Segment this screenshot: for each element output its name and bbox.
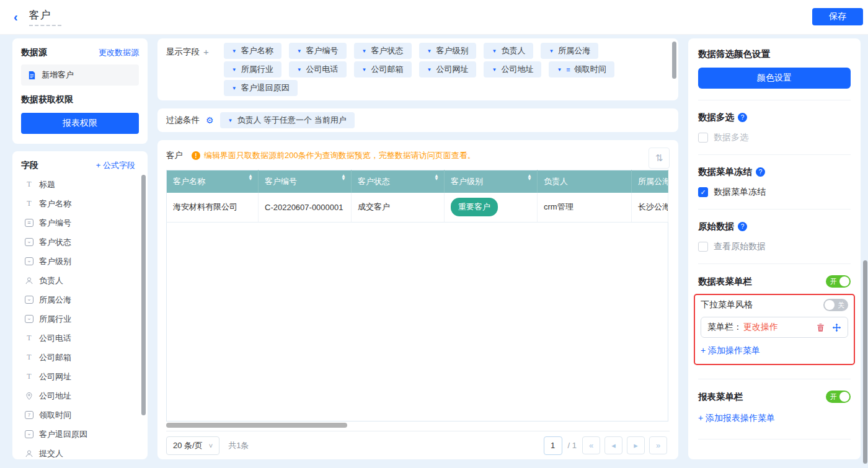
menu-freeze-checkbox-label: 数据菜单冻结 bbox=[714, 187, 766, 198]
chip-customer-status[interactable]: ▼客户状态 bbox=[354, 43, 412, 59]
chevron-down-icon[interactable]: ▼ bbox=[297, 67, 302, 73]
field-item-title[interactable]: T标题 bbox=[21, 175, 141, 194]
chevron-down-icon[interactable]: ▼ bbox=[492, 67, 497, 73]
page-scrollbar[interactable] bbox=[863, 260, 867, 464]
cell-customer-status: 成交客户 bbox=[352, 193, 445, 223]
field-item-email[interactable]: T公司邮箱 bbox=[21, 348, 141, 367]
chip-website[interactable]: ▼公司网址 bbox=[419, 61, 477, 77]
calendar-icon bbox=[25, 411, 33, 419]
chip-claim-time[interactable]: ▼≡领取时间 bbox=[549, 61, 614, 77]
chevron-down-icon[interactable]: ▼ bbox=[232, 48, 237, 54]
fields-scrollbar[interactable] bbox=[141, 175, 146, 415]
field-item-customer-code[interactable]: 客户编号 bbox=[21, 213, 141, 232]
display-panel-scrollbar[interactable] bbox=[672, 42, 676, 79]
field-item-website[interactable]: T公司网址 bbox=[21, 367, 141, 386]
column-header[interactable]: 客户名称▲▼ bbox=[167, 170, 259, 193]
field-item-phone[interactable]: T公司电话 bbox=[21, 329, 141, 348]
help-icon[interactable] bbox=[756, 167, 765, 177]
chevron-down-icon[interactable]: ▼ bbox=[492, 48, 497, 54]
datasource-item[interactable]: 新增客户 bbox=[21, 64, 139, 86]
sort-carets-icon[interactable]: ▲▼ bbox=[341, 175, 346, 181]
chevron-down-icon[interactable]: ▼ bbox=[427, 67, 432, 73]
chip-return-reason[interactable]: ▼客户退回原因 bbox=[224, 80, 298, 96]
chip-pool[interactable]: ▼所属公海 bbox=[541, 43, 598, 59]
page-size-select[interactable]: 20 条/页 ˅ bbox=[166, 436, 219, 455]
first-page-button[interactable]: « bbox=[582, 436, 600, 454]
page-title-wrap[interactable]: 客户 bbox=[29, 8, 61, 26]
sort-carets-icon[interactable]: ▲▼ bbox=[527, 175, 532, 181]
chip-customer-code[interactable]: ▼客户编号 bbox=[289, 43, 347, 59]
column-header[interactable]: 负责人 bbox=[538, 170, 632, 193]
report-permission-button[interactable]: 报表权限 bbox=[21, 113, 139, 134]
add-formula-field-link[interactable]: + 公式字段 bbox=[96, 160, 135, 171]
column-header[interactable]: 所属公海 bbox=[632, 170, 668, 193]
multi-select-checkbox[interactable] bbox=[698, 133, 708, 143]
chevron-down-icon[interactable]: ▼ bbox=[232, 86, 237, 91]
field-item-industry[interactable]: 所属行业 bbox=[21, 309, 141, 329]
chevron-down-icon[interactable]: ▼ bbox=[362, 67, 367, 73]
field-item-customer-status[interactable]: 客户状态 bbox=[21, 232, 141, 252]
chip-phone[interactable]: ▼公司电话 bbox=[289, 61, 347, 77]
chevron-down-icon[interactable]: ▼ bbox=[297, 48, 302, 54]
chevron-down-icon: ˅ bbox=[209, 442, 213, 449]
chip-industry[interactable]: ▼所属行业 bbox=[224, 61, 281, 77]
raw-data-checkbox[interactable] bbox=[698, 242, 708, 252]
chip-email[interactable]: ▼公司邮箱 bbox=[354, 61, 412, 77]
sort-lines-icon[interactable]: ≡ bbox=[566, 66, 569, 73]
prev-page-button[interactable]: ◂ bbox=[604, 436, 622, 454]
last-page-button[interactable]: » bbox=[649, 436, 667, 454]
column-header[interactable]: 客户编号▲▼ bbox=[259, 170, 352, 193]
column-header[interactable]: 客户状态▲▼ bbox=[352, 170, 445, 193]
datasource-heading: 数据源 bbox=[21, 47, 47, 58]
chevron-down-icon[interactable]: ▼ bbox=[427, 48, 432, 54]
add-display-field-icon[interactable]: + bbox=[203, 46, 209, 96]
table-row[interactable]: 海安材料有限公司 C-20220607-0000001 成交客户 重要客户 cr… bbox=[167, 193, 668, 223]
report-menu-toggle[interactable]: 开 bbox=[826, 391, 851, 403]
menu-freeze-checkbox[interactable] bbox=[698, 187, 708, 197]
field-item-pool[interactable]: 所属公海 bbox=[21, 290, 141, 309]
table-menu-toggle[interactable]: 开 bbox=[826, 275, 851, 288]
help-icon[interactable] bbox=[738, 113, 747, 122]
current-page-input[interactable]: 1 bbox=[544, 436, 562, 455]
text-icon: T bbox=[25, 199, 33, 208]
sort-toggle-icon[interactable]: ⇅ bbox=[649, 148, 670, 169]
sort-carets-icon[interactable]: ▲▼ bbox=[248, 175, 253, 181]
field-item-customer-name[interactable]: T客户名称 bbox=[21, 194, 141, 213]
change-datasource-link[interactable]: 更改数据源 bbox=[99, 47, 139, 58]
chevron-down-icon[interactable]: ▼ bbox=[362, 48, 367, 54]
column-header[interactable]: 客户级别▲▼ bbox=[445, 170, 538, 193]
horizontal-scrollbar[interactable] bbox=[166, 423, 668, 428]
save-button[interactable]: 保存 bbox=[812, 8, 863, 25]
chip-customer-level[interactable]: ▼客户级别 bbox=[419, 43, 477, 59]
gear-icon[interactable]: ⚙ bbox=[206, 115, 214, 125]
trash-icon[interactable] bbox=[816, 323, 825, 332]
chip-address[interactable]: ▼公司地址 bbox=[484, 61, 541, 77]
chevron-down-icon[interactable]: ▼ bbox=[549, 48, 554, 54]
next-page-button[interactable]: ▸ bbox=[627, 436, 645, 454]
hscroll-thumb[interactable] bbox=[166, 423, 347, 428]
warning-icon: ! bbox=[192, 151, 200, 160]
menu-item-action[interactable]: 更改操作 bbox=[743, 322, 778, 333]
dropdown-style-toggle[interactable]: 关 bbox=[823, 299, 848, 311]
filter-label: 过滤条件 bbox=[166, 115, 200, 126]
field-item-address[interactable]: 公司地址 bbox=[21, 386, 141, 405]
field-item-return-reason[interactable]: 客户退回原因 bbox=[21, 425, 141, 444]
chevron-down-icon[interactable]: ▼ bbox=[232, 67, 237, 73]
filter-chip[interactable]: ▼负责人 等于任意一个 当前用户 bbox=[220, 112, 355, 128]
add-report-action-menu-link[interactable]: + 添加报表操作菜单 bbox=[698, 413, 851, 424]
help-icon[interactable] bbox=[738, 222, 747, 231]
field-item-owner[interactable]: 负责人 bbox=[21, 271, 141, 290]
color-setting-button[interactable]: 颜色设置 bbox=[698, 68, 851, 89]
add-action-menu-link[interactable]: + 添加操作菜单 bbox=[701, 345, 848, 356]
chip-owner[interactable]: ▼负责人 bbox=[484, 43, 533, 59]
chevron-down-icon[interactable]: ▼ bbox=[557, 67, 562, 73]
field-item-submitter[interactable]: 提交人 bbox=[21, 444, 141, 459]
move-icon[interactable] bbox=[832, 323, 841, 332]
field-item-claim-time[interactable]: 领取时间 bbox=[21, 405, 141, 425]
menu-bar-item[interactable]: 菜单栏： 更改操作 bbox=[701, 317, 848, 338]
sort-carets-icon[interactable]: ▲▼ bbox=[434, 175, 439, 181]
field-item-customer-level[interactable]: 客户级别 bbox=[21, 252, 141, 271]
back-icon[interactable]: ‹ bbox=[14, 10, 18, 24]
chip-customer-name[interactable]: ▼客户名称 bbox=[224, 43, 281, 59]
chevron-down-icon[interactable]: ▼ bbox=[228, 118, 233, 123]
